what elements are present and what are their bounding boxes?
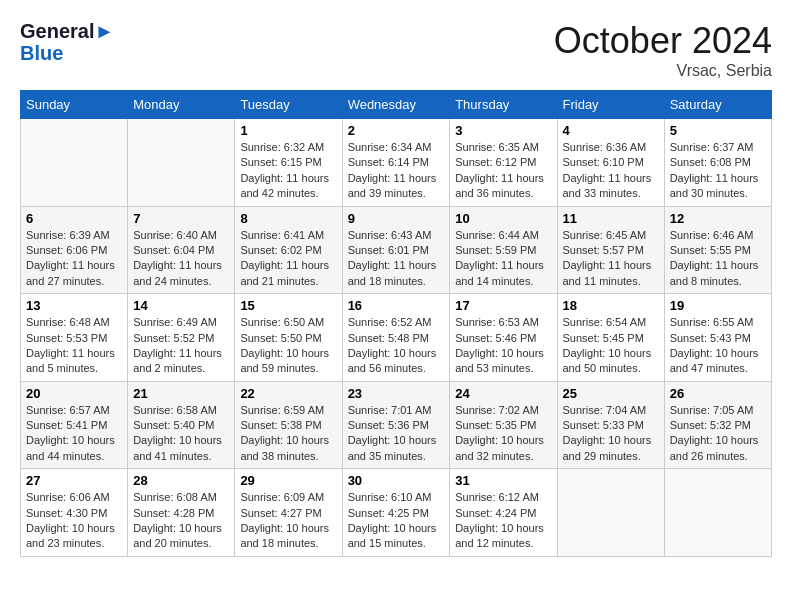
day-number: 1: [240, 123, 336, 138]
day-info: Sunrise: 6:50 AM Sunset: 5:50 PM Dayligh…: [240, 315, 336, 377]
calendar-day-cell: 19Sunrise: 6:55 AM Sunset: 5:43 PM Dayli…: [664, 294, 771, 382]
day-info: Sunrise: 6:39 AM Sunset: 6:06 PM Dayligh…: [26, 228, 122, 290]
day-info: Sunrise: 6:08 AM Sunset: 4:28 PM Dayligh…: [133, 490, 229, 552]
day-number: 12: [670, 211, 766, 226]
day-info: Sunrise: 6:40 AM Sunset: 6:04 PM Dayligh…: [133, 228, 229, 290]
day-number: 4: [563, 123, 659, 138]
day-number: 13: [26, 298, 122, 313]
day-info: Sunrise: 6:06 AM Sunset: 4:30 PM Dayligh…: [26, 490, 122, 552]
day-info: Sunrise: 7:05 AM Sunset: 5:32 PM Dayligh…: [670, 403, 766, 465]
calendar-day-cell: 11Sunrise: 6:45 AM Sunset: 5:57 PM Dayli…: [557, 206, 664, 294]
day-info: Sunrise: 6:32 AM Sunset: 6:15 PM Dayligh…: [240, 140, 336, 202]
day-info: Sunrise: 6:34 AM Sunset: 6:14 PM Dayligh…: [348, 140, 445, 202]
day-info: Sunrise: 6:43 AM Sunset: 6:01 PM Dayligh…: [348, 228, 445, 290]
day-info: Sunrise: 6:54 AM Sunset: 5:45 PM Dayligh…: [563, 315, 659, 377]
day-info: Sunrise: 6:57 AM Sunset: 5:41 PM Dayligh…: [26, 403, 122, 465]
day-info: Sunrise: 6:44 AM Sunset: 5:59 PM Dayligh…: [455, 228, 551, 290]
calendar-day-cell: 25Sunrise: 7:04 AM Sunset: 5:33 PM Dayli…: [557, 381, 664, 469]
calendar-day-cell: 20Sunrise: 6:57 AM Sunset: 5:41 PM Dayli…: [21, 381, 128, 469]
day-number: 11: [563, 211, 659, 226]
day-info: Sunrise: 7:01 AM Sunset: 5:36 PM Dayligh…: [348, 403, 445, 465]
calendar-day-cell: 27Sunrise: 6:06 AM Sunset: 4:30 PM Dayli…: [21, 469, 128, 557]
day-info: Sunrise: 6:36 AM Sunset: 6:10 PM Dayligh…: [563, 140, 659, 202]
day-number: 21: [133, 386, 229, 401]
weekday-header-cell: Wednesday: [342, 91, 450, 119]
calendar-day-cell: 22Sunrise: 6:59 AM Sunset: 5:38 PM Dayli…: [235, 381, 342, 469]
day-info: Sunrise: 6:09 AM Sunset: 4:27 PM Dayligh…: [240, 490, 336, 552]
calendar-day-cell: [128, 119, 235, 207]
calendar-day-cell: 28Sunrise: 6:08 AM Sunset: 4:28 PM Dayli…: [128, 469, 235, 557]
day-number: 26: [670, 386, 766, 401]
calendar-day-cell: 6Sunrise: 6:39 AM Sunset: 6:06 PM Daylig…: [21, 206, 128, 294]
weekday-header-cell: Sunday: [21, 91, 128, 119]
day-number: 2: [348, 123, 445, 138]
day-info: Sunrise: 6:55 AM Sunset: 5:43 PM Dayligh…: [670, 315, 766, 377]
day-number: 15: [240, 298, 336, 313]
day-number: 14: [133, 298, 229, 313]
day-number: 25: [563, 386, 659, 401]
day-number: 22: [240, 386, 336, 401]
day-info: Sunrise: 6:12 AM Sunset: 4:24 PM Dayligh…: [455, 490, 551, 552]
logo-text: General► Blue: [20, 20, 114, 64]
day-info: Sunrise: 6:48 AM Sunset: 5:53 PM Dayligh…: [26, 315, 122, 377]
calendar-day-cell: 12Sunrise: 6:46 AM Sunset: 5:55 PM Dayli…: [664, 206, 771, 294]
calendar-day-cell: 3Sunrise: 6:35 AM Sunset: 6:12 PM Daylig…: [450, 119, 557, 207]
day-info: Sunrise: 6:53 AM Sunset: 5:46 PM Dayligh…: [455, 315, 551, 377]
calendar-day-cell: 29Sunrise: 6:09 AM Sunset: 4:27 PM Dayli…: [235, 469, 342, 557]
day-number: 3: [455, 123, 551, 138]
calendar-day-cell: 31Sunrise: 6:12 AM Sunset: 4:24 PM Dayli…: [450, 469, 557, 557]
calendar-day-cell: [557, 469, 664, 557]
calendar-day-cell: 30Sunrise: 6:10 AM Sunset: 4:25 PM Dayli…: [342, 469, 450, 557]
calendar-day-cell: 2Sunrise: 6:34 AM Sunset: 6:14 PM Daylig…: [342, 119, 450, 207]
calendar-week-row: 20Sunrise: 6:57 AM Sunset: 5:41 PM Dayli…: [21, 381, 772, 469]
weekday-header-cell: Saturday: [664, 91, 771, 119]
calendar-day-cell: 18Sunrise: 6:54 AM Sunset: 5:45 PM Dayli…: [557, 294, 664, 382]
calendar-day-cell: 17Sunrise: 6:53 AM Sunset: 5:46 PM Dayli…: [450, 294, 557, 382]
calendar-body: 1Sunrise: 6:32 AM Sunset: 6:15 PM Daylig…: [21, 119, 772, 557]
day-info: Sunrise: 6:49 AM Sunset: 5:52 PM Dayligh…: [133, 315, 229, 377]
day-info: Sunrise: 6:37 AM Sunset: 6:08 PM Dayligh…: [670, 140, 766, 202]
day-info: Sunrise: 6:46 AM Sunset: 5:55 PM Dayligh…: [670, 228, 766, 290]
calendar-week-row: 1Sunrise: 6:32 AM Sunset: 6:15 PM Daylig…: [21, 119, 772, 207]
logo: General► Blue: [20, 20, 114, 64]
location: Vrsac, Serbia: [554, 62, 772, 80]
calendar-day-cell: 1Sunrise: 6:32 AM Sunset: 6:15 PM Daylig…: [235, 119, 342, 207]
calendar-day-cell: 5Sunrise: 6:37 AM Sunset: 6:08 PM Daylig…: [664, 119, 771, 207]
day-info: Sunrise: 7:02 AM Sunset: 5:35 PM Dayligh…: [455, 403, 551, 465]
day-number: 20: [26, 386, 122, 401]
day-number: 10: [455, 211, 551, 226]
day-number: 17: [455, 298, 551, 313]
day-info: Sunrise: 6:59 AM Sunset: 5:38 PM Dayligh…: [240, 403, 336, 465]
calendar-day-cell: [21, 119, 128, 207]
day-info: Sunrise: 6:41 AM Sunset: 6:02 PM Dayligh…: [240, 228, 336, 290]
day-number: 27: [26, 473, 122, 488]
day-info: Sunrise: 6:35 AM Sunset: 6:12 PM Dayligh…: [455, 140, 551, 202]
day-number: 6: [26, 211, 122, 226]
day-info: Sunrise: 6:52 AM Sunset: 5:48 PM Dayligh…: [348, 315, 445, 377]
calendar-day-cell: 7Sunrise: 6:40 AM Sunset: 6:04 PM Daylig…: [128, 206, 235, 294]
day-number: 29: [240, 473, 336, 488]
page-header: General► Blue October 2024 Vrsac, Serbia: [20, 20, 772, 80]
weekday-header-cell: Tuesday: [235, 91, 342, 119]
day-number: 24: [455, 386, 551, 401]
day-number: 9: [348, 211, 445, 226]
day-number: 19: [670, 298, 766, 313]
calendar-table: SundayMondayTuesdayWednesdayThursdayFrid…: [20, 90, 772, 557]
weekday-header-row: SundayMondayTuesdayWednesdayThursdayFrid…: [21, 91, 772, 119]
title-block: October 2024 Vrsac, Serbia: [554, 20, 772, 80]
calendar-day-cell: 14Sunrise: 6:49 AM Sunset: 5:52 PM Dayli…: [128, 294, 235, 382]
calendar-day-cell: 24Sunrise: 7:02 AM Sunset: 5:35 PM Dayli…: [450, 381, 557, 469]
weekday-header-cell: Thursday: [450, 91, 557, 119]
calendar-day-cell: 8Sunrise: 6:41 AM Sunset: 6:02 PM Daylig…: [235, 206, 342, 294]
day-number: 8: [240, 211, 336, 226]
day-info: Sunrise: 6:58 AM Sunset: 5:40 PM Dayligh…: [133, 403, 229, 465]
month-title: October 2024: [554, 20, 772, 62]
weekday-header-cell: Monday: [128, 91, 235, 119]
calendar-day-cell: 21Sunrise: 6:58 AM Sunset: 5:40 PM Dayli…: [128, 381, 235, 469]
calendar-week-row: 27Sunrise: 6:06 AM Sunset: 4:30 PM Dayli…: [21, 469, 772, 557]
day-number: 5: [670, 123, 766, 138]
day-info: Sunrise: 6:45 AM Sunset: 5:57 PM Dayligh…: [563, 228, 659, 290]
weekday-header-cell: Friday: [557, 91, 664, 119]
calendar-day-cell: 4Sunrise: 6:36 AM Sunset: 6:10 PM Daylig…: [557, 119, 664, 207]
calendar-day-cell: 15Sunrise: 6:50 AM Sunset: 5:50 PM Dayli…: [235, 294, 342, 382]
